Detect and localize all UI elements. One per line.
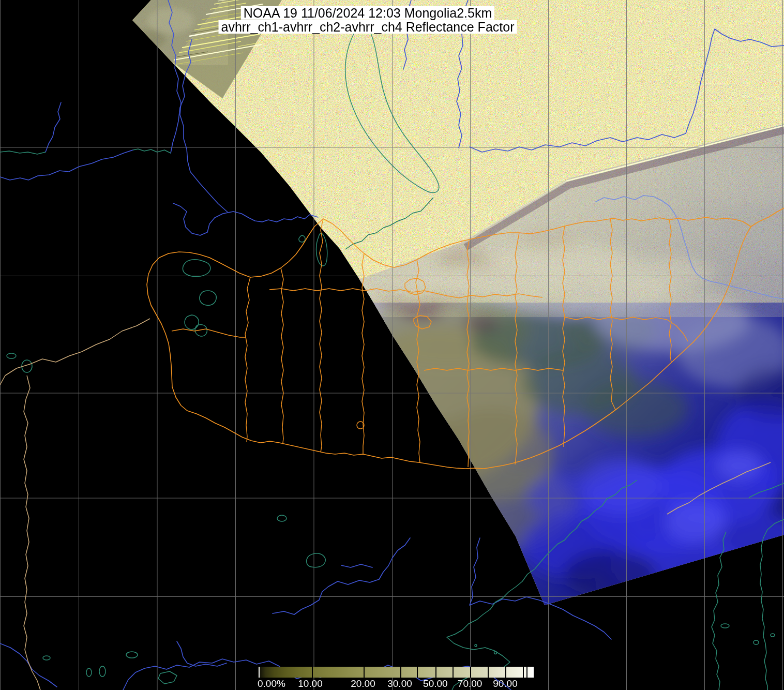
border-path-tan: [24, 376, 40, 690]
colorbar-tick: [259, 667, 260, 678]
colorbar-tick: [400, 667, 401, 678]
satellite-swath: [129, 0, 784, 610]
lake-path: [99, 666, 105, 677]
reflectance-colorbar: 0.00% 10.00 20.00 30.00 50.00 70.00 90.0…: [258, 667, 534, 678]
colorbar-tick-label: 0.00%: [258, 679, 285, 688]
colorbar-tick-label: 20.00: [351, 679, 375, 688]
river-path: [341, 564, 372, 567]
lake-path: [753, 640, 759, 644]
image-title-line1: NOAA 19 11/06/2024 12:03 Mongolia2.5km: [241, 6, 494, 20]
colorbar-tick-label: 70.00: [458, 679, 483, 688]
river-path: [273, 538, 410, 614]
image-title-line2: avhrr_ch1-avhrr_ch2-avhrr_ch4 Reflectanc…: [219, 20, 517, 34]
lake-path: [475, 644, 477, 647]
colorbar-tick: [312, 667, 313, 678]
colorbar-tick: [435, 667, 436, 678]
colorbar-tick: [523, 667, 524, 678]
border-path-tan: [0, 319, 150, 385]
colorbar-tick: [417, 667, 418, 678]
lake-path: [158, 671, 177, 684]
lake-path: [299, 235, 305, 242]
river-path: [173, 203, 318, 235]
colorbar-tick-label: 90.00: [493, 679, 518, 688]
coastline-path: [712, 532, 726, 690]
river-path: [46, 102, 61, 152]
aimag-boundary: [281, 268, 283, 443]
colorbar-tick: [364, 667, 365, 678]
coastline-path: [0, 151, 46, 154]
satellite-image-viewport: NOAA 19 11/06/2024 12:03 Mongolia2.5km a…: [0, 0, 784, 690]
colorbar-tick: [453, 667, 454, 678]
aimag-boundary: [172, 329, 246, 337]
lake-path: [7, 353, 16, 358]
colorbar-tick: [505, 667, 506, 678]
colorbar-tick-label: 30.00: [387, 679, 412, 688]
lake-path: [86, 668, 92, 677]
river-path: [0, 150, 133, 180]
colorbar-tick: [470, 667, 471, 678]
colorbar-tick-label: 50.00: [423, 679, 448, 688]
lake-path: [771, 634, 775, 637]
lake-path: [183, 260, 210, 277]
lake-path: [185, 315, 199, 329]
lake-path: [126, 652, 138, 658]
coastline-path: [760, 519, 784, 690]
coastline-path: [133, 149, 171, 153]
satellite-map-canvas: [0, 0, 784, 690]
aimag-boundary: [320, 219, 323, 452]
lake-path: [494, 652, 497, 654]
colorbar-tick: [488, 667, 489, 678]
lake-path: [200, 291, 216, 305]
colorbar-tick-label: 10.00: [298, 679, 323, 688]
aimag-boundary: [245, 277, 250, 442]
lake-path: [307, 553, 326, 567]
lake-path: [277, 515, 287, 521]
colorbar-tick: [526, 667, 527, 678]
lake-path: [43, 656, 50, 660]
lake-path: [721, 624, 729, 628]
river-path: [0, 643, 57, 687]
